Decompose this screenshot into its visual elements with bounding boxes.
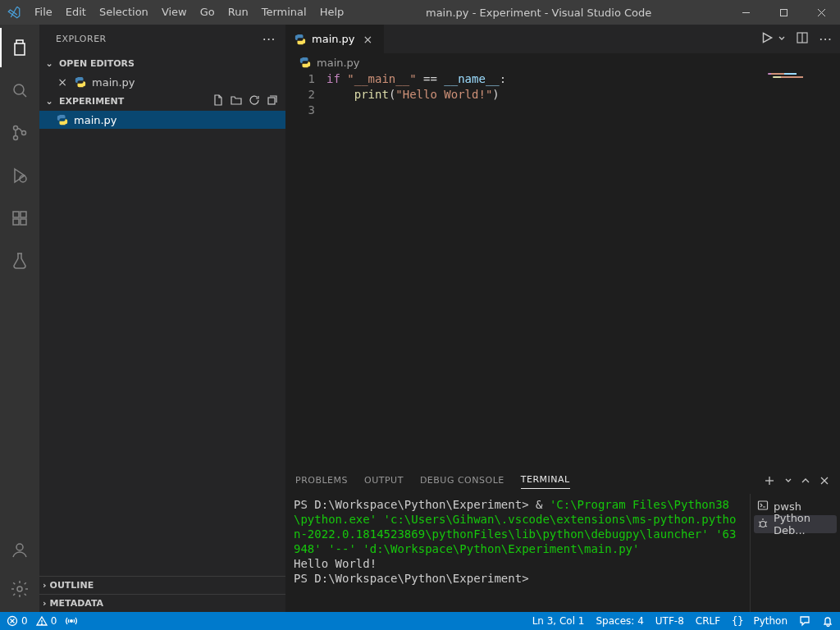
collapse-all-icon[interactable] <box>266 94 279 109</box>
overview-ruler[interactable] <box>829 71 840 468</box>
close-button[interactable] <box>802 0 840 25</box>
minimap[interactable] <box>763 71 829 468</box>
chevron-right-icon: › <box>43 580 47 591</box>
vscode-icon <box>0 5 28 20</box>
menu-edit[interactable]: Edit <box>59 0 93 25</box>
menu-file[interactable]: File <box>28 0 59 25</box>
status-errors[interactable]: 0 <box>7 615 28 627</box>
file-label: main.py <box>74 114 117 126</box>
python-file-icon <box>299 56 312 69</box>
bug-icon <box>757 518 769 532</box>
terminal-dropdown-icon[interactable] <box>784 477 792 487</box>
new-file-icon[interactable] <box>212 94 225 109</box>
close-panel-icon[interactable] <box>819 475 830 489</box>
svg-point-15 <box>17 587 22 591</box>
svg-point-8 <box>22 131 26 135</box>
folder-actions <box>212 94 285 109</box>
sidebar: EXPLORER ⋯ ⌄ OPEN EDITORS ×main.py ⌄ EXP… <box>39 25 285 612</box>
status-eol[interactable]: CRLF <box>696 615 720 627</box>
status-errors-count: 0 <box>21 615 28 627</box>
status-feedback-icon[interactable] <box>799 615 810 627</box>
close-icon[interactable]: × <box>56 75 69 89</box>
tab-close-icon[interactable]: × <box>363 33 373 46</box>
folder-section[interactable]: ⌄ EXPERIMENT <box>39 91 285 111</box>
editor-body[interactable]: 123 if "__main__" == __name__: print("He… <box>285 71 840 468</box>
activity-explorer[interactable] <box>0 28 39 67</box>
chevron-down-icon: ⌄ <box>43 96 56 107</box>
status-encoding[interactable]: UTF-8 <box>655 615 684 627</box>
chevron-right-icon: › <box>43 598 47 609</box>
titlebar: FileEditSelectionViewGoRunTerminalHelp m… <box>0 0 840 25</box>
split-editor-icon[interactable] <box>796 31 809 47</box>
line-gutter: 123 <box>285 71 326 468</box>
refresh-icon[interactable] <box>248 94 261 109</box>
panel-tab-output[interactable]: OUTPUT <box>364 475 404 489</box>
activity-accounts[interactable] <box>0 530 39 569</box>
terminal-item[interactable]: Python Deb... <box>754 515 837 533</box>
menu-go[interactable]: Go <box>194 0 221 25</box>
status-language[interactable]: {} Python <box>732 615 788 627</box>
window-controls <box>727 0 840 25</box>
new-terminal-icon[interactable] <box>763 474 776 490</box>
file-item[interactable]: main.py <box>39 111 285 129</box>
breadcrumb[interactable]: main.py <box>285 53 840 71</box>
code-content[interactable]: if "__main__" == __name__: print("Hello … <box>326 71 763 468</box>
status-radio-icon[interactable] <box>65 615 78 627</box>
status-spaces[interactable]: Spaces: 4 <box>596 615 644 627</box>
menu-selection[interactable]: Selection <box>93 0 155 25</box>
editor-more-icon[interactable]: ⋯ <box>819 31 832 47</box>
maximize-button[interactable] <box>765 0 802 25</box>
activity-source-control[interactable] <box>0 113 39 153</box>
shell-icon <box>757 500 769 514</box>
new-folder-icon[interactable] <box>230 94 243 109</box>
sidebar-more-icon[interactable]: ⋯ <box>262 31 276 47</box>
python-file-icon <box>56 113 69 126</box>
svg-line-28 <box>759 526 760 527</box>
activity-testing[interactable] <box>0 241 39 281</box>
menu-view[interactable]: View <box>155 0 194 25</box>
breadcrumb-label: main.py <box>317 57 360 69</box>
menu-help[interactable]: Help <box>313 0 351 25</box>
section-metadata[interactable]: ›METADATA <box>39 594 285 612</box>
svg-rect-10 <box>13 212 19 217</box>
svg-rect-13 <box>21 219 26 225</box>
activity-run-debug[interactable] <box>0 156 39 195</box>
activity-search[interactable] <box>0 71 39 110</box>
run-button[interactable] <box>760 30 774 48</box>
menu-terminal[interactable]: Terminal <box>255 0 313 25</box>
open-editors-label: OPEN EDITORS <box>59 58 135 69</box>
status-bar: 0 0 Ln 3, Col 1 Spaces: 4 UTF-8 CRLF {} … <box>0 612 840 630</box>
maximize-panel-icon[interactable] <box>801 476 810 488</box>
panel-tab-problems[interactable]: PROBLEMS <box>295 475 348 489</box>
panel-tab-terminal[interactable]: TERMINAL <box>521 474 570 489</box>
panel: PROBLEMSOUTPUTDEBUG CONSOLETERMINAL PS D… <box>285 468 840 612</box>
menu-bar: FileEditSelectionViewGoRunTerminalHelp <box>28 0 350 25</box>
panel-tab-debug-console[interactable]: DEBUG CONSOLE <box>420 475 504 489</box>
activity-extensions[interactable] <box>0 199 39 238</box>
python-file-icon <box>74 75 87 89</box>
svg-rect-11 <box>21 212 26 217</box>
activity-bar <box>0 25 39 612</box>
menu-run[interactable]: Run <box>221 0 255 25</box>
status-bell-icon[interactable] <box>822 615 833 627</box>
svg-line-5 <box>23 94 27 98</box>
python-file-icon <box>294 33 307 46</box>
minimize-button[interactable] <box>727 0 765 25</box>
svg-point-4 <box>14 84 24 94</box>
activity-settings[interactable] <box>0 569 39 609</box>
svg-line-27 <box>765 522 767 523</box>
chevron-down-icon: ⌄ <box>43 58 56 69</box>
section-outline[interactable]: ›OUTLINE <box>39 576 285 594</box>
tab-main-py[interactable]: main.py × <box>285 25 384 53</box>
terminal-output[interactable]: PS D:\Workspace\Python\Experiment> & 'C:… <box>285 494 750 612</box>
svg-point-6 <box>14 126 18 130</box>
run-dropdown-icon[interactable] <box>778 33 786 45</box>
open-editors-section[interactable]: ⌄ OPEN EDITORS <box>39 53 285 73</box>
window-title: main.py - Experiment - Visual Studio Cod… <box>350 7 727 19</box>
status-lncol[interactable]: Ln 3, Col 1 <box>532 615 585 627</box>
sidebar-title: EXPLORER <box>56 34 107 44</box>
open-editor-item[interactable]: ×main.py <box>39 73 285 91</box>
terminal-label: pwsh <box>774 500 801 513</box>
section-label: METADATA <box>50 598 104 609</box>
status-warnings[interactable]: 0 <box>36 615 57 627</box>
